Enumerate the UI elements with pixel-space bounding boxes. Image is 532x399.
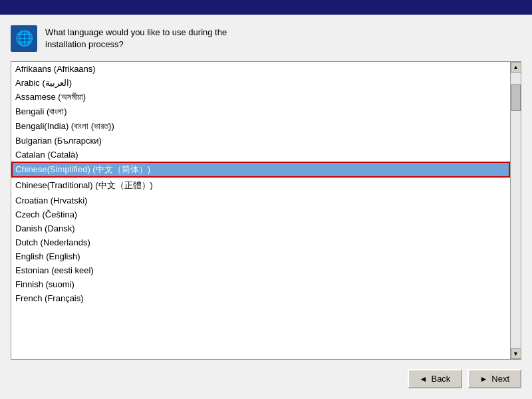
back-label: Back [431,374,450,384]
button-row: ◄ Back ► Next [11,369,521,388]
language-item[interactable]: Assamese (অসমীয়া) [11,90,510,104]
language-item[interactable]: French (Français) [11,291,510,305]
header-question: What language would you like to use duri… [45,27,227,51]
header: 🌐 What language would you like to use du… [11,25,521,52]
language-item[interactable]: Chinese(Traditional) (中文（正體）) [11,178,510,194]
next-icon: ► [479,374,487,384]
language-item[interactable]: Bulgarian (Български) [11,134,510,148]
scrollbar-track [511,72,521,348]
next-button[interactable]: ► Next [467,369,521,388]
scroll-up-button[interactable]: ▲ [511,62,521,72]
scrollbar[interactable]: ▲ ▼ [510,62,521,359]
language-item[interactable]: Chinese(Simplified) (中文（简体）) [11,162,510,178]
language-item[interactable]: English (English) [11,249,510,263]
language-item[interactable]: Afrikaans (Afrikaans) [11,62,510,76]
language-item[interactable]: Bengali (বাংলা) [11,104,510,119]
language-item[interactable]: Dutch (Nederlands) [11,235,510,249]
scroll-down-button[interactable]: ▼ [511,348,521,359]
header-icon: 🌐 [11,25,37,52]
language-item[interactable]: Arabic (العربية) [11,76,510,90]
language-item[interactable]: Danish (Dansk) [11,221,510,235]
language-list[interactable]: Afrikaans (Afrikaans)Arabic (العربية)Ass… [11,62,510,359]
language-item[interactable]: Croatian (Hrvatski) [11,194,510,207]
back-button[interactable]: ◄ Back [408,369,463,388]
top-bar [0,0,532,15]
scrollbar-thumb[interactable] [511,84,521,111]
language-item[interactable]: Finnish (suomi) [11,277,510,291]
next-label: Next [491,374,509,384]
language-item[interactable]: Bengali(India) (বাংলা (ভারত)) [11,119,510,134]
language-list-container: Afrikaans (Afrikaans)Arabic (العربية)Ass… [11,61,521,360]
language-item[interactable]: Czech (Čeština) [11,207,510,221]
language-item[interactable]: Catalan (Català) [11,148,510,162]
language-item[interactable]: Estonian (eesti keel) [11,263,510,277]
content-area: 🌐 What language would you like to use du… [0,15,532,399]
back-icon: ◄ [420,374,428,384]
